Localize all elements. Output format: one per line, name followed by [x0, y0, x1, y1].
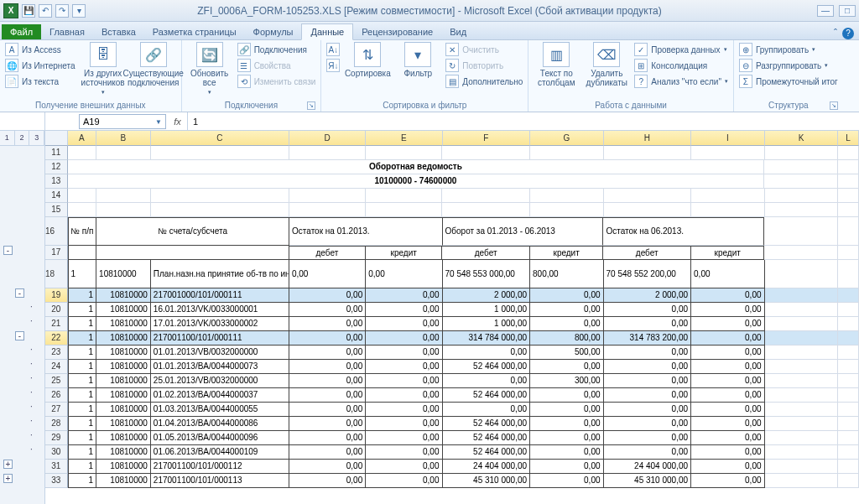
cell[interactable]: 0,00	[366, 445, 442, 460]
cell[interactable]: 0,00	[366, 303, 442, 317]
cell[interactable]: 0,00	[289, 417, 366, 431]
col-header[interactable]: H	[604, 131, 692, 146]
cell[interactable]: 0,00	[691, 303, 764, 317]
cell[interactable]: 0,00	[530, 445, 603, 460]
cell[interactable]: 1	[68, 360, 97, 374]
cell[interactable]: 1	[68, 317, 97, 331]
select-all-button[interactable]	[45, 131, 68, 146]
cell[interactable]: 10810000	[96, 403, 151, 417]
cell[interactable]: 1	[68, 288, 97, 303]
cell[interactable]: 24 404 000,00	[604, 460, 692, 474]
tab-file[interactable]: Файл	[2, 24, 41, 39]
cell[interactable]: 0,00	[604, 374, 692, 388]
cell[interactable]: 10810000	[96, 260, 151, 288]
outline-pane[interactable]: 1 2 3 --··-········++	[0, 131, 45, 504]
cell[interactable]	[765, 203, 838, 217]
cell[interactable]: дебет	[442, 246, 530, 260]
cell[interactable]: 217001100/101/000113	[151, 474, 289, 488]
cell[interactable]: Остаток на 01.2013.	[289, 217, 442, 246]
cell[interactable]: 0,00	[691, 331, 764, 346]
tab-review[interactable]: Рецензирование	[353, 24, 441, 39]
cell[interactable]: 0,00	[691, 360, 764, 374]
cell[interactable]: 1	[68, 460, 97, 474]
cell[interactable]: 01.01.2013/BA/0044000073	[151, 360, 289, 374]
text-to-columns-button[interactable]: ▥Текст по столбцам	[534, 42, 579, 87]
row-header[interactable]: 14	[45, 189, 68, 203]
expand-icon[interactable]: +	[3, 460, 13, 469]
col-header[interactable]: B	[96, 131, 151, 146]
cell[interactable]	[838, 403, 859, 417]
cell[interactable]: дебет	[289, 246, 366, 260]
cell[interactable]: 0,00	[530, 288, 603, 303]
cell[interactable]: 10810000	[96, 431, 151, 445]
cell[interactable]: 1	[68, 431, 97, 445]
filter-button[interactable]: ▾Фильтр	[395, 42, 440, 78]
cell[interactable]: 314 783 200,00	[604, 331, 692, 346]
cell[interactable]	[96, 203, 151, 217]
dialog-launcher-icon[interactable]: ↘	[307, 101, 315, 110]
cell[interactable]: Оборот за 01.2013 - 06.2013	[443, 217, 604, 246]
cell[interactable]: 70 548 552 200,00	[604, 260, 692, 288]
cell[interactable]: 0,00	[691, 431, 764, 445]
cell[interactable]	[151, 189, 289, 203]
cell[interactable]	[765, 288, 838, 303]
cell[interactable]	[289, 146, 366, 160]
row-header[interactable]: 22	[45, 331, 68, 346]
cell[interactable]: 10810000	[96, 388, 151, 403]
cell[interactable]: 0,00	[530, 417, 603, 431]
cell[interactable]: 70 548 553 000,00	[443, 260, 531, 288]
cell[interactable]: 0,00	[691, 460, 764, 474]
cell[interactable]: кредит	[691, 246, 765, 260]
tab-home[interactable]: Главная	[41, 24, 93, 39]
row-header[interactable]: 23	[45, 346, 68, 360]
refresh-all-button[interactable]: 🔄Обновить все▾	[187, 42, 232, 96]
cell[interactable]: 217001100/101/000112	[151, 460, 289, 474]
cell[interactable]: 0,00	[604, 431, 692, 445]
cell[interactable]: 0,00	[289, 346, 366, 360]
cell[interactable]	[838, 303, 859, 317]
cell[interactable]: 52 464 000,00	[443, 445, 531, 460]
cell[interactable]	[838, 360, 859, 374]
col-header[interactable]: I	[691, 131, 764, 146]
cell[interactable]	[289, 189, 366, 203]
cell[interactable]: 0,00	[366, 417, 442, 431]
row-header[interactable]: 17	[45, 246, 68, 260]
cell[interactable]: 0,00	[366, 460, 442, 474]
cell[interactable]: 0,00	[366, 331, 442, 346]
tab-view[interactable]: Вид	[441, 24, 475, 39]
row-header[interactable]: 27	[45, 403, 68, 417]
cell[interactable]	[838, 146, 859, 160]
cell[interactable]: 52 464 000,00	[443, 388, 531, 403]
cell[interactable]: 0,00	[289, 388, 366, 403]
cell[interactable]	[838, 288, 859, 303]
cell[interactable]: 1 000,00	[443, 317, 531, 331]
cell[interactable]	[151, 203, 289, 217]
cell[interactable]	[765, 146, 838, 160]
connections-button[interactable]: 🔗Подключения	[237, 42, 316, 57]
cell[interactable]	[96, 189, 151, 203]
cell[interactable]: 0,00	[366, 431, 442, 445]
cell[interactable]: 0,00	[366, 403, 442, 417]
cell[interactable]	[838, 460, 859, 474]
cell[interactable]: 0,00	[530, 431, 603, 445]
col-header[interactable]: A	[68, 131, 96, 146]
cell[interactable]: 0,00	[289, 374, 366, 388]
cell[interactable]: 1	[68, 303, 97, 317]
cell[interactable]	[530, 146, 603, 160]
collapse-icon[interactable]: -	[3, 246, 13, 255]
tab-pagelayout[interactable]: Разметка страницы	[144, 24, 245, 39]
cell[interactable]	[691, 189, 764, 203]
cell[interactable]	[765, 374, 838, 388]
cell[interactable]: Оборотная ведомость	[68, 160, 765, 174]
cell[interactable]	[838, 417, 859, 431]
cell[interactable]	[765, 189, 838, 203]
cell[interactable]	[96, 146, 151, 160]
cell[interactable]	[764, 217, 838, 246]
cell[interactable]: 0,00	[691, 317, 764, 331]
cell[interactable]: 0,00	[530, 403, 603, 417]
cell[interactable]: 0,00	[604, 317, 692, 331]
row-header[interactable]: 20	[45, 303, 68, 317]
cell[interactable]	[442, 146, 530, 160]
cell[interactable]	[366, 189, 442, 203]
col-header[interactable]: K	[765, 131, 838, 146]
